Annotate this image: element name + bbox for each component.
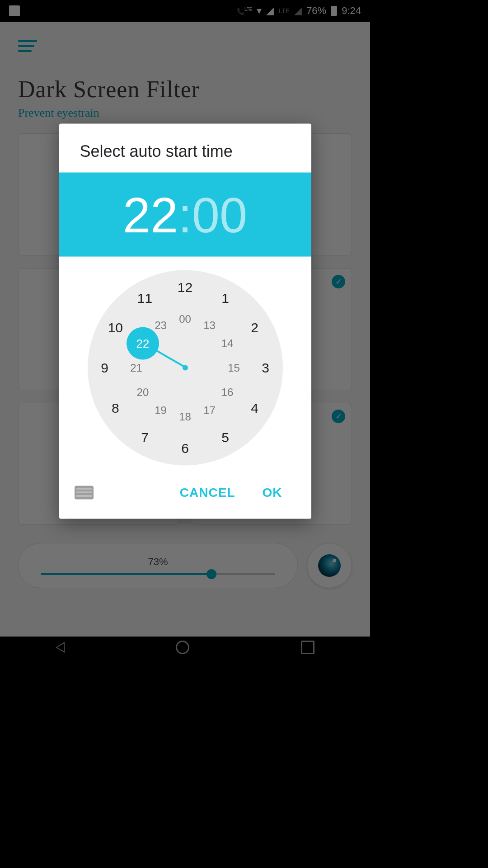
clock-hour-23[interactable]: 23 — [155, 319, 167, 332]
clock-hour-3[interactable]: 3 — [262, 360, 269, 376]
time-hours[interactable]: 22 — [123, 186, 178, 243]
clock-hour-16[interactable]: 16 — [221, 386, 234, 399]
clock-hour-20[interactable]: 20 — [137, 386, 149, 399]
clock-hour-13[interactable]: 13 — [203, 319, 216, 332]
clock-hour-7[interactable]: 7 — [141, 430, 149, 445]
keyboard-icon[interactable] — [75, 486, 94, 500]
clock-hour-5[interactable]: 5 — [221, 430, 229, 445]
ok-button[interactable]: OK — [249, 479, 296, 506]
dialog-title: Select auto start time — [59, 124, 311, 173]
clock-hour-10[interactable]: 10 — [108, 320, 123, 335]
clock-hour-2[interactable]: 2 — [251, 320, 258, 335]
clock-hour-11[interactable]: 11 — [137, 290, 152, 306]
clock-hour-8[interactable]: 8 — [112, 401, 119, 416]
clock-hour-12[interactable]: 12 — [178, 280, 192, 295]
clock-hour-18[interactable]: 18 — [179, 410, 191, 423]
clock-hour-6[interactable]: 6 — [181, 441, 189, 456]
clock-face[interactable]: 22 1212345678910110013141516171819202122… — [88, 270, 283, 466]
time-minutes[interactable]: 00 — [192, 186, 247, 243]
clock-hour-9[interactable]: 9 — [101, 360, 108, 376]
clock-hour-19[interactable]: 19 — [155, 404, 167, 416]
clock-hour-1[interactable]: 1 — [221, 290, 229, 306]
clock-center — [183, 365, 188, 371]
clock-selected-marker: 22 — [127, 327, 159, 360]
clock-hour-14[interactable]: 14 — [221, 337, 234, 350]
time-picker-dialog: Select auto start time 22:00 22 12123456… — [59, 124, 311, 519]
time-display: 22:00 — [59, 173, 311, 257]
clock-hour-4[interactable]: 4 — [251, 401, 258, 416]
clock-hour-00[interactable]: 00 — [179, 313, 191, 326]
cancel-button[interactable]: CANCEL — [166, 479, 249, 506]
clock-hour-15[interactable]: 15 — [228, 362, 240, 374]
clock-hour-17[interactable]: 17 — [203, 404, 216, 416]
clock-hour-21[interactable]: 21 — [130, 362, 142, 374]
